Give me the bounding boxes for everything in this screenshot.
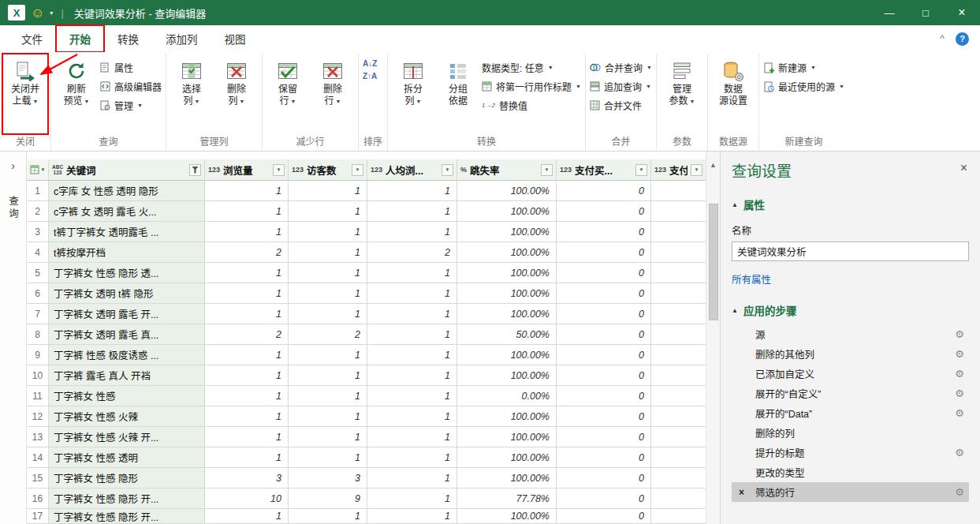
help-icon[interactable]: ? <box>956 32 969 46</box>
cell[interactable]: 0 <box>557 427 651 447</box>
queries-pane-collapsed[interactable]: › 查询 <box>0 152 27 524</box>
cell[interactable]: 1 <box>205 201 289 222</box>
cell[interactable]: 0.00% <box>457 386 557 406</box>
tab-home[interactable]: 开始 <box>56 25 104 52</box>
cell[interactable]: 100.00% <box>457 406 557 427</box>
cell[interactable] <box>651 427 706 447</box>
cell[interactable] <box>651 488 706 509</box>
column-dropdown-icon[interactable]: ▼ <box>442 164 453 176</box>
merge-queries-button[interactable]: 合并查询 ▼ <box>590 61 652 74</box>
cell[interactable]: 丁字裤女 性感 隐形 开... <box>49 509 205 524</box>
cell[interactable]: 1 <box>367 283 457 304</box>
cell[interactable]: 2 <box>289 324 367 345</box>
close-panel-icon[interactable]: × <box>960 161 967 175</box>
cell[interactable] <box>651 222 706 242</box>
cell[interactable]: 100.00% <box>457 283 557 304</box>
row-number[interactable]: 7 <box>27 304 49 324</box>
cell[interactable]: 100.00% <box>457 242 557 263</box>
cell[interactable]: 100.00% <box>457 222 557 242</box>
remove-columns-button[interactable]: 删除 列▼ <box>215 55 258 133</box>
cell[interactable]: 丁字裤女 透明 t裤 隐形 <box>49 283 205 304</box>
scroll-up-icon[interactable]: ▲ <box>710 161 717 174</box>
qat-dropdown-icon[interactable]: ▾ <box>50 9 53 17</box>
row-number[interactable]: 6 <box>27 283 49 304</box>
cell[interactable]: 1 <box>367 365 457 386</box>
recent-sources-button[interactable]: 最近使用的源 ▼ <box>763 80 844 93</box>
cell[interactable]: 100.00% <box>457 509 557 524</box>
cell[interactable]: 1 <box>289 222 367 242</box>
applied-step[interactable]: 删除的列 <box>732 423 969 443</box>
cell[interactable]: 0 <box>557 509 651 524</box>
cell[interactable] <box>651 468 706 488</box>
cell[interactable]: 100.00% <box>457 201 557 222</box>
step-settings-gear-icon[interactable]: ⚙ <box>955 328 964 340</box>
cell[interactable]: 1 <box>205 222 289 242</box>
cell[interactable]: 1 <box>205 447 289 468</box>
sort-ascending-button[interactable]: A↓Z <box>363 60 377 68</box>
data-type-button[interactable]: 数据类型: 任意 ▼ <box>482 61 581 74</box>
expand-queries-pane-icon[interactable]: › <box>11 159 15 172</box>
cell[interactable]: 1 <box>289 345 367 365</box>
cell[interactable]: 1 <box>367 181 457 201</box>
cell[interactable]: 丁字裤女 性感 隐形 开... <box>49 488 205 509</box>
vertical-scrollbar[interactable]: ▲ <box>706 152 720 524</box>
cell[interactable]: 0 <box>557 181 651 201</box>
applied-step[interactable]: 已添加自定义⚙ <box>732 364 969 384</box>
cell[interactable]: 1 <box>205 427 289 447</box>
manage-query-button[interactable]: 管理 ▼ <box>100 99 162 112</box>
cell[interactable]: 10 <box>205 488 289 509</box>
cell[interactable] <box>651 386 706 406</box>
applied-step[interactable]: 展开的“Data”⚙ <box>732 403 969 423</box>
excel-app-icon[interactable]: X <box>8 5 25 21</box>
cell[interactable]: 丁字裤女 性感 火辣 开... <box>49 427 205 447</box>
cell[interactable]: 1 <box>289 283 367 304</box>
cell[interactable] <box>651 242 706 263</box>
cell[interactable]: 100.00% <box>457 447 557 468</box>
cell[interactable]: 1 <box>205 283 289 304</box>
cell[interactable]: 3 <box>289 468 367 488</box>
applied-steps-section-header[interactable]: ▲ 应用的步骤 <box>732 302 969 318</box>
row-number[interactable]: 11 <box>27 386 49 406</box>
sort-descending-button[interactable]: Z↑A <box>363 73 377 80</box>
cell[interactable]: 0 <box>557 304 651 324</box>
row-number[interactable]: 13 <box>27 427 49 447</box>
cell[interactable]: 0 <box>557 242 651 263</box>
cell[interactable]: 100.00% <box>457 365 557 386</box>
cell[interactable] <box>651 406 706 427</box>
minimize-button[interactable]: — <box>871 0 907 25</box>
applied-step[interactable]: ×筛选的行⚙ <box>732 482 969 502</box>
cell[interactable]: 1 <box>205 365 289 386</box>
cell[interactable]: 1 <box>289 242 367 263</box>
column-header-2[interactable]: 123浏览量▼ <box>205 159 289 181</box>
cell[interactable]: 1 <box>367 304 457 324</box>
applied-step[interactable]: 更改的类型 <box>732 462 969 482</box>
cell[interactable]: 1 <box>289 406 367 427</box>
cell[interactable]: 1 <box>205 509 289 524</box>
applied-step[interactable]: 展开的“自定义”⚙ <box>732 384 969 403</box>
cell[interactable]: c字裤 女 透明 露毛 火... <box>49 201 205 222</box>
column-header-4[interactable]: 123人均浏...▼ <box>367 159 457 181</box>
cell[interactable]: 0 <box>557 406 651 427</box>
cell[interactable]: 2 <box>367 242 457 263</box>
cell[interactable] <box>651 304 706 324</box>
cell[interactable]: c字库 女 性感 透明 隐形 <box>49 181 205 201</box>
cell[interactable] <box>651 365 706 386</box>
cell[interactable] <box>651 345 706 365</box>
cell[interactable]: t裤按摩开档 <box>49 242 205 263</box>
cell[interactable]: 1 <box>289 386 367 406</box>
cell[interactable]: 丁字裤 露毛 真人 开裆 <box>49 365 205 386</box>
data-source-settings-button[interactable]: 数据 源设置 <box>712 55 755 133</box>
tab-view[interactable]: 视图 <box>211 25 259 52</box>
column-dropdown-icon[interactable]: ▼ <box>691 164 702 176</box>
cell[interactable]: 0 <box>557 263 651 283</box>
new-source-button[interactable]: 新建源 ▼ <box>763 61 844 74</box>
cell[interactable]: 丁字裤 性感 极度诱惑 ... <box>49 345 205 365</box>
close-and-load-button[interactable]: 关闭并 上载▼ <box>4 55 47 133</box>
cell[interactable]: 1 <box>367 222 457 242</box>
row-number[interactable]: 12 <box>27 406 49 427</box>
properties-section-header[interactable]: ▲ 属性 <box>732 196 969 212</box>
cell[interactable]: 2 <box>205 242 289 263</box>
step-settings-gear-icon[interactable]: ⚙ <box>955 348 964 360</box>
step-settings-gear-icon[interactable]: ⚙ <box>955 407 964 419</box>
cell[interactable]: 100.00% <box>457 181 557 201</box>
